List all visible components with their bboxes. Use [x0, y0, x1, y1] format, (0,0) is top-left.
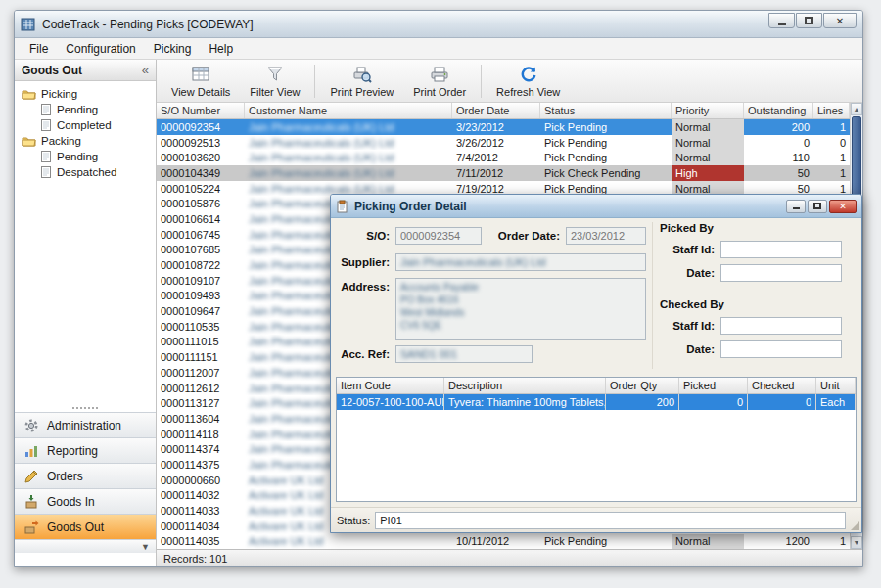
tree-folder-label: Packing [41, 135, 81, 147]
refresh-view-icon [519, 65, 538, 84]
tree-item-picking-pending[interactable]: Pending [18, 102, 153, 117]
menu-item-configuration[interactable]: Configuration [57, 40, 144, 58]
acc-ref-field[interactable]: SAND1 001 [395, 345, 533, 363]
customer-name-cell: Jain Pharmaceuticals (UK) Ltd [245, 150, 452, 165]
toolbar-button-label: Refresh View [496, 86, 560, 98]
sidebar-header[interactable]: Goods Out « [15, 60, 156, 81]
close-button[interactable]: ✕ [823, 13, 857, 28]
column-header-outstanding[interactable]: Outstanding [744, 103, 813, 118]
items-column-header-checked[interactable]: Checked [748, 378, 816, 393]
order-date-cell: 10/11/2012 [452, 534, 540, 549]
dialog-status-strip: Status: PI01 [331, 507, 861, 532]
dialog-maximize-button[interactable] [808, 200, 827, 213]
address-line-blurred: Accounts Payable [400, 281, 479, 294]
picked-staff-id-input[interactable] [720, 241, 842, 258]
menu-item-picking[interactable]: Picking [145, 40, 201, 58]
table-row[interactable]: 0000092354Jain Pharmaceuticals (UK) Ltd3… [157, 119, 850, 135]
chevron-down-icon[interactable]: ▼ [141, 542, 150, 552]
column-header-customer-name[interactable]: Customer Name [245, 103, 452, 118]
customer-name-cell: Jain Pharmaceuticals (UK) Ltd [245, 165, 452, 181]
address-label: Address: [339, 281, 390, 293]
resize-grip[interactable] [851, 521, 859, 530]
so-number-cell: 0000104349 [157, 165, 245, 181]
column-header-priority[interactable]: Priority [672, 103, 744, 118]
dialog-title-bar[interactable]: Picking Order Detail ✕ [331, 195, 861, 218]
order-date-field[interactable]: 23/03/2012 [566, 227, 646, 245]
items-column-header-picked[interactable]: Picked [679, 378, 748, 393]
toolbar-print-order-button[interactable]: Print Order [404, 63, 475, 100]
tree-folder-picking[interactable]: Picking [18, 86, 153, 102]
items-column-header-item-code[interactable]: Item Code [337, 378, 444, 393]
nav-goods-out[interactable]: Goods Out [15, 514, 156, 539]
tree-item-label: Completed [57, 119, 112, 131]
items-column-header-unit[interactable]: Unit [816, 378, 856, 393]
address-field[interactable]: Accounts PayablePO Box 4616West Midlands… [395, 278, 646, 340]
so-number-cell: 0000113127 [157, 395, 245, 411]
picked-date-input[interactable] [720, 264, 842, 282]
customer-name-blurred: Activare UK Ltd [249, 505, 323, 517]
order-items-grid: Item CodeDescriptionOrder QtyPickedCheck… [336, 377, 857, 502]
table-row[interactable]: 0000104349Jain Pharmaceuticals (UK) Ltd7… [157, 165, 850, 181]
toolbar-view-details-button[interactable]: View Details [162, 63, 239, 100]
nav-reporting[interactable]: Reporting [15, 437, 156, 463]
table-row[interactable]: 0000114035Activare UK Ltd10/11/2012Pick … [157, 534, 850, 549]
so-number-cell: 0000114035 [157, 534, 245, 549]
title-bar[interactable]: CodeTrack - Pending Picks [CODEWAY] ✕ [15, 11, 862, 38]
toolbar-print-preview-button[interactable]: Print Preview [321, 63, 402, 100]
tree-item-picking-completed[interactable]: Completed [18, 117, 153, 133]
items-column-header-description[interactable]: Description [444, 378, 606, 393]
item-row[interactable]: 12-0057-100-100-AUDTyvera: Thiamine 100m… [337, 394, 856, 410]
customer-name-blurred: Jain Pharmaceuticals (UK) Ltd [249, 137, 394, 149]
menu-item-file[interactable]: File [21, 40, 57, 58]
so-number-cell: 0000105876 [157, 196, 245, 211]
items-column-header-order-qty[interactable]: Order Qty [606, 378, 679, 393]
status-cell: Pick Pending [540, 135, 672, 151]
status-cell: Pick Pending [540, 119, 672, 135]
tree-item-packing-pending[interactable]: Pending [18, 149, 153, 164]
maximize-button[interactable] [796, 13, 822, 28]
scroll-down-icon[interactable]: ▼ [851, 536, 862, 549]
so-number-cell: 0000103620 [157, 150, 245, 165]
view-details-icon [191, 65, 210, 84]
checked-date-input[interactable] [720, 340, 842, 358]
column-header-lines[interactable]: Lines [813, 103, 850, 118]
table-row[interactable]: 0000092513Jain Pharmaceuticals (UK) Ltd3… [157, 135, 850, 151]
checked-staff-id-input[interactable] [720, 317, 842, 335]
so-number-cell: 0000112612 [157, 381, 245, 396]
splitter-handle[interactable] [15, 404, 156, 412]
order-date-label: Order Date: [487, 230, 560, 242]
picking-order-detail-dialog: Picking Order Detail ✕ S/O: 0000092354 O… [330, 194, 862, 533]
so-field[interactable]: 0000092354 [395, 227, 482, 245]
menu-item-help[interactable]: Help [200, 40, 242, 58]
order-qty-cell: 200 [606, 394, 679, 410]
toolbar-separator [481, 65, 482, 98]
tree-item-label: Pending [57, 104, 98, 115]
dialog-close-button[interactable]: ✕ [829, 200, 857, 213]
scroll-up-icon[interactable]: ▲ [851, 103, 862, 115]
nav-options-strip[interactable]: ▼ [15, 539, 156, 553]
folder-icon [22, 88, 36, 100]
filter-view-icon [265, 65, 285, 84]
module-nav: AdministrationReportingOrdersGoods InGoo… [15, 412, 156, 539]
nav-orders[interactable]: Orders [15, 463, 156, 488]
so-number-cell: 0000107685 [157, 243, 245, 258]
table-row[interactable]: 0000103620Jain Pharmaceuticals (UK) Ltd7… [157, 150, 850, 165]
nav-goods-in[interactable]: Goods In [15, 488, 156, 514]
nav-administration[interactable]: Administration [15, 412, 156, 437]
column-header-s-o-number[interactable]: S/O Number [157, 103, 245, 118]
checked-by-title: Checked By [660, 298, 724, 310]
tree-folder-packing[interactable]: Packing [18, 133, 153, 149]
tree-item-packing-despatched[interactable]: Despatched [18, 164, 153, 180]
supplier-field[interactable]: Jain Pharmaceuticals (UK) Ltd [395, 253, 646, 271]
dialog-minimize-button[interactable] [786, 200, 806, 213]
customer-name-blurred: Activare UK Ltd [249, 475, 323, 486]
minimize-button[interactable] [768, 13, 795, 28]
administration-icon [23, 418, 39, 433]
toolbar-filter-view-button[interactable]: Filter View [241, 63, 308, 100]
collapse-icon[interactable]: « [142, 63, 149, 77]
column-header-status[interactable]: Status [540, 103, 672, 118]
toolbar-refresh-view-button[interactable]: Refresh View [487, 63, 569, 100]
toolbar-separator [314, 65, 315, 98]
so-number-cell: 0000000660 [157, 473, 245, 488]
column-header-order-date[interactable]: Order Date [452, 103, 540, 118]
